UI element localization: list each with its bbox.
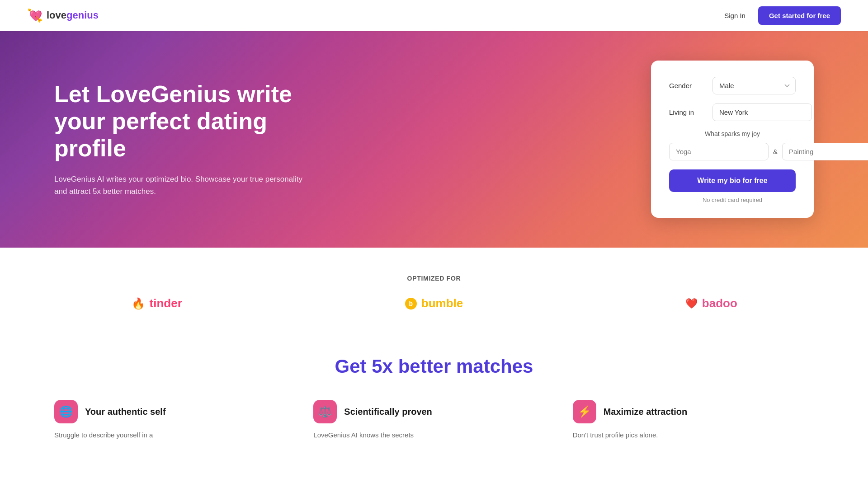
gender-select[interactable]: Male Female Non-binary — [712, 77, 796, 94]
hero-title: Let LoveGenius write your perfect dating… — [54, 81, 307, 162]
tinder-label: tinder — [150, 296, 182, 310]
badoo-icon: ❤️ — [685, 298, 698, 310]
gender-row: Gender Male Female Non-binary — [669, 77, 796, 94]
brand-bumble: b bumble — [295, 296, 572, 310]
hero-subtitle: LoveGenius AI writes your optimized bio.… — [54, 173, 307, 197]
joy-input-2[interactable] — [782, 143, 868, 160]
logo-icon: 💘 — [27, 8, 43, 23]
living-row: Living in — [669, 103, 796, 121]
features-title: Get 5x better matches — [54, 356, 814, 377]
feature-attraction-name: Maximize attraction — [604, 407, 688, 417]
get-started-button[interactable]: Get started for free — [758, 6, 841, 25]
joy-section: What sparks my joy & — [669, 130, 796, 160]
tinder-icon: 🔥 — [132, 297, 145, 310]
hero-section: Let LoveGenius write your perfect dating… — [0, 31, 868, 248]
optimized-section: Optimized for 🔥 tinder b bumble ❤️ badoo — [0, 248, 868, 328]
feature-authentic-desc: Struggle to describe yourself in a — [54, 430, 295, 441]
bumble-label: bumble — [421, 296, 463, 310]
gender-label: Gender — [669, 82, 705, 89]
feature-authentic-name: Your authentic self — [85, 407, 166, 417]
hero-content: Let LoveGenius write your perfect dating… — [54, 81, 307, 197]
site-header: 💘 lovegenius Sign In Get started for fre… — [0, 0, 868, 31]
brand-row: 🔥 tinder b bumble ❤️ badoo — [18, 296, 850, 310]
feature-scientific-header: ⚖️ Scientifically proven — [313, 400, 554, 423]
feature-scientific-name: Scientifically proven — [344, 407, 432, 417]
brand-tinder: 🔥 tinder — [18, 296, 295, 310]
feature-attraction: ⚡ Maximize attraction Don't trust profil… — [573, 400, 814, 441]
scale-icon: ⚖️ — [313, 400, 337, 423]
profile-form-card: Gender Male Female Non-binary Living in … — [651, 61, 814, 218]
joy-label: What sparks my joy — [669, 130, 796, 137]
feature-scientific-desc: LoveGenius AI knows the secrets — [313, 430, 554, 441]
logo: 💘 lovegenius — [27, 8, 99, 23]
no-credit-note: No credit card required — [669, 197, 796, 203]
living-label: Living in — [669, 108, 705, 116]
features-section: Get 5x better matches 🌐 Your authentic s… — [0, 328, 868, 459]
living-input[interactable] — [712, 103, 812, 121]
optimized-label: Optimized for — [18, 275, 850, 282]
write-bio-button[interactable]: Write my bio for free — [669, 169, 796, 192]
joy-separator: & — [773, 148, 778, 155]
joy-row: & — [669, 143, 796, 160]
logo-text: lovegenius — [47, 9, 99, 21]
feature-authentic-header: 🌐 Your authentic self — [54, 400, 295, 423]
feature-attraction-desc: Don't trust profile pics alone. — [573, 430, 814, 441]
bolt-icon: ⚡ — [573, 400, 596, 423]
sign-in-link[interactable]: Sign In — [724, 12, 745, 19]
brand-badoo: ❤️ badoo — [573, 296, 850, 310]
joy-input-1[interactable] — [669, 143, 769, 160]
globe-icon: 🌐 — [54, 400, 78, 423]
bumble-icon: b — [405, 298, 417, 310]
feature-scientific: ⚖️ Scientifically proven LoveGenius AI k… — [313, 400, 554, 441]
features-grid: 🌐 Your authentic self Struggle to descri… — [54, 400, 814, 441]
badoo-label: badoo — [702, 296, 737, 310]
feature-attraction-header: ⚡ Maximize attraction — [573, 400, 814, 423]
feature-authentic: 🌐 Your authentic self Struggle to descri… — [54, 400, 295, 441]
header-nav: Sign In Get started for free — [724, 6, 841, 25]
